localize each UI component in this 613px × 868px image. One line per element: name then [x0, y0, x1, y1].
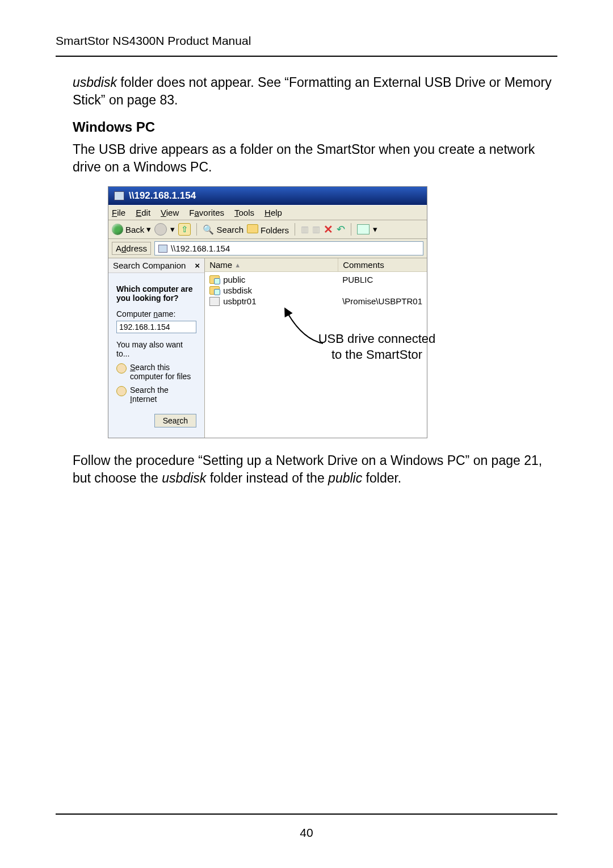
- toolbar: Back ▾ ▾ ⇧ 🔍 Search Folders ▥ ▥ ✕ ↶ ▾: [108, 220, 427, 239]
- usbdisk-word: usbdisk: [73, 75, 117, 90]
- folder-share-icon: [209, 275, 220, 284]
- callout-line2: to the SmartStor: [317, 347, 436, 363]
- folder-share-icon: [209, 286, 220, 295]
- search-files-icon: [116, 363, 127, 374]
- delete-icon[interactable]: ✕: [324, 223, 333, 236]
- menu-view[interactable]: View: [161, 208, 179, 217]
- menu-edit[interactable]: Edit: [136, 208, 150, 217]
- paragraph-2: The USB drive appears as a folder on the…: [73, 141, 557, 176]
- menu-tools[interactable]: Tools: [234, 208, 254, 217]
- running-head: SmartStor NS4300N Product Manual: [56, 34, 557, 48]
- up-button[interactable]: ⇧: [178, 223, 191, 236]
- also-label: You may also want to...: [116, 340, 196, 358]
- back-button[interactable]: Back ▾: [112, 224, 151, 235]
- column-comments[interactable]: Comments: [338, 258, 427, 271]
- paragraph-1-text: folder does not appear. See “Formatting …: [73, 75, 552, 107]
- back-icon: [112, 224, 123, 235]
- close-icon[interactable]: ×: [195, 261, 200, 270]
- search-button-panel[interactable]: Search: [154, 414, 196, 427]
- address-value: \\192.168.1.154: [171, 244, 230, 253]
- search-icon: 🔍: [203, 225, 214, 234]
- address-label: Address: [112, 242, 151, 255]
- footer-rule: [56, 814, 557, 815]
- menu-help[interactable]: Help: [264, 208, 282, 217]
- separator-3: [351, 223, 351, 236]
- search-internet-icon: [116, 386, 127, 396]
- folders-icon: [247, 224, 258, 233]
- search-files-link[interactable]: Search this computer for files: [116, 363, 196, 381]
- move-to-icon[interactable]: ▥: [301, 224, 309, 234]
- heading-windows-pc: Windows PC: [73, 119, 557, 135]
- address-icon: [158, 245, 167, 253]
- menu-bar: FFileile Edit View Favorites Tools Help: [108, 205, 427, 220]
- folders-button[interactable]: Folders: [247, 224, 289, 235]
- sort-asc-icon: ▲: [234, 262, 241, 269]
- list-item[interactable]: public PUBLIC: [205, 274, 427, 285]
- search-companion-header: Search Companion ×: [108, 258, 204, 273]
- callout: USB drive connected to the SmartStor: [317, 331, 436, 362]
- explorer-window: \\192.168.1.154 FFileile Edit View Favor…: [108, 186, 427, 438]
- address-bar: Address \\192.168.1.154: [108, 239, 427, 258]
- callout-line1: USB drive connected: [317, 331, 436, 347]
- back-dropdown-icon: ▾: [146, 224, 151, 234]
- copy-to-icon[interactable]: ▥: [312, 224, 320, 234]
- printer-icon: [209, 297, 220, 306]
- views-dropdown-icon[interactable]: ▾: [373, 224, 377, 234]
- paragraph-1: usbdisk folder does not appear. See “For…: [73, 74, 557, 109]
- forward-dropdown-icon[interactable]: ▾: [170, 224, 175, 234]
- column-name[interactable]: Name ▲: [205, 258, 338, 271]
- paragraph-3: Follow the procedure “Setting up a Netwo…: [73, 452, 557, 487]
- separator-2: [295, 223, 295, 236]
- search-internet-link[interactable]: Search the Internet: [116, 385, 196, 404]
- separator: [196, 223, 197, 236]
- back-label: Back: [125, 225, 144, 234]
- computer-name-label: Computer name:: [116, 309, 196, 318]
- undo-icon[interactable]: ↶: [337, 223, 345, 236]
- menu-favorites[interactable]: Favorites: [189, 208, 224, 217]
- search-companion-title: Search Companion: [113, 261, 186, 270]
- address-field[interactable]: \\192.168.1.154: [154, 241, 423, 255]
- search-button[interactable]: 🔍 Search: [203, 224, 243, 235]
- menu-file[interactable]: FFileile: [112, 208, 125, 217]
- title-bar: \\192.168.1.154: [108, 187, 427, 205]
- search-companion-pane: Search Companion × Which computer are yo…: [108, 258, 205, 438]
- window-title: \\192.168.1.154: [129, 190, 196, 202]
- header-rule: [56, 56, 557, 57]
- page-number: 40: [0, 826, 613, 840]
- forward-button[interactable]: [154, 223, 167, 236]
- search-question: Which computer are you looking for?: [116, 284, 196, 303]
- column-headers: Name ▲ Comments: [205, 258, 427, 272]
- list-item[interactable]: usbdisk: [205, 285, 427, 296]
- views-button[interactable]: [357, 224, 370, 234]
- computer-icon: [114, 191, 124, 200]
- callout-arrow: [279, 299, 330, 350]
- computer-name-input[interactable]: [116, 321, 196, 333]
